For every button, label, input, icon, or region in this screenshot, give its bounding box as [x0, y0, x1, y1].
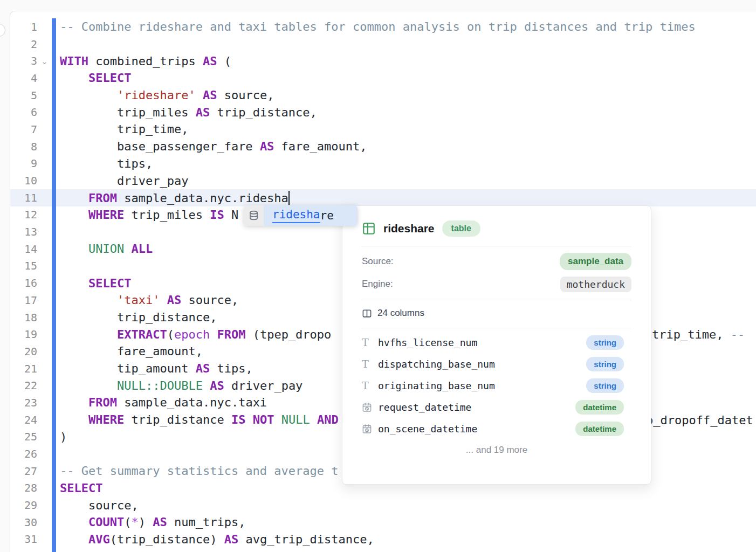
changed-line-indicator: [52, 18, 56, 36]
changed-line-indicator: [52, 394, 56, 411]
code-line-5[interactable]: 5 'rideshare' AS source,: [10, 87, 756, 104]
column-type-badge: string: [586, 378, 624, 393]
changed-line-indicator: [52, 548, 56, 552]
source-label: Source:: [362, 256, 394, 267]
code-text: tips,: [56, 157, 153, 170]
code-line-6[interactable]: 6 trip_miles AS trip_distance,: [10, 104, 756, 121]
changed-line-indicator: [52, 531, 56, 548]
changed-line-indicator: [52, 189, 56, 206]
code-text: UNION ALL: [56, 242, 153, 256]
column-row-originating_base_num: Toriginating_base_numstring: [362, 375, 631, 396]
changed-line-indicator: [52, 155, 56, 172]
line-number: 1: [10, 20, 37, 33]
line-number: 23: [10, 396, 37, 409]
code-line-9[interactable]: 9 tips,: [10, 155, 756, 172]
column-row-dispatching_base_num: Tdispatching_base_numstring: [362, 353, 631, 375]
autocomplete-popup: rideshare: [244, 205, 358, 226]
code-text: trip_miles AS trip_distance,: [56, 106, 317, 119]
column-row-hvfhs_license_num: Thvfhs_license_numstring: [362, 332, 631, 353]
changed-line-indicator: [52, 121, 56, 138]
code-text-right-of-popup: p_dropoff_datet: [646, 413, 753, 426]
code-text: trip_distance,: [56, 310, 217, 324]
columns-list: Thvfhs_license_numstringTdispatching_bas…: [362, 332, 631, 439]
column-name: request_datetime: [378, 402, 575, 413]
changed-line-indicator: [52, 463, 56, 480]
code-text: fare_amount,: [56, 344, 203, 358]
line-number: 15: [10, 259, 37, 272]
code-line-31[interactable]: 31 AVG(trip_distance) AS avg_trip_distan…: [10, 531, 756, 548]
line-number: 3: [10, 54, 37, 67]
calendar-clock-icon: [362, 424, 378, 434]
code-text: driver_pay: [56, 174, 188, 188]
code-line-1[interactable]: 1-- Combine rideshare and taxi tables fo…: [10, 18, 756, 36]
columns-count-row: 24 columns: [362, 305, 631, 322]
code-line-8[interactable]: 8 base_passenger_fare AS fare_amount,: [10, 138, 756, 155]
code-text: base_passenger_fare AS fare_amount,: [56, 140, 367, 153]
code-text: AVG(trip_time) AS avg_trip_time,: [56, 550, 317, 552]
autocomplete-match-text: ridesha: [272, 208, 320, 223]
fold-chevron-icon[interactable]: ⌄: [37, 57, 52, 65]
table-icon: [362, 222, 376, 236]
line-number: 2: [10, 38, 37, 51]
changed-line-indicator: [52, 326, 56, 343]
autocomplete-item-rideshare[interactable]: rideshare: [264, 205, 358, 226]
line-number: 12: [10, 208, 37, 221]
column-type-badge: string: [586, 357, 624, 371]
line-number: 16: [10, 277, 37, 289]
code-text: -- Get summary statistics and average t: [56, 464, 339, 478]
line-number: 10: [10, 174, 37, 187]
changed-line-indicator: [52, 292, 56, 309]
line-number: 11: [10, 191, 37, 204]
line-number: 4: [10, 72, 37, 85]
code-text: source,: [56, 499, 139, 512]
columns-count-text: 24 columns: [377, 308, 424, 319]
line-number: 14: [10, 243, 37, 256]
line-number: 32: [10, 550, 37, 552]
changed-line-indicator: [52, 87, 56, 104]
code-line-11[interactable]: 11 FROM sample_data.nyc.ridesha: [10, 189, 756, 206]
line-number: 6: [10, 106, 37, 119]
code-text: SELECT: [56, 71, 131, 85]
line-number: 25: [10, 430, 37, 443]
code-line-7[interactable]: 7 trip_time,: [10, 121, 756, 138]
source-row: Source: sample_data: [362, 253, 631, 270]
table-type-badge: table: [442, 220, 480, 237]
line-number: 27: [10, 465, 37, 478]
divider: [362, 246, 631, 246]
code-text: trip_time,: [56, 122, 188, 136]
line-number: 8: [10, 140, 37, 153]
changed-line-indicator: [52, 514, 56, 531]
engine-row: Engine: motherduck: [362, 275, 631, 293]
column-name: on_scene_datetime: [378, 423, 575, 434]
code-line-2[interactable]: 2: [10, 36, 756, 53]
changed-line-indicator: [52, 240, 56, 258]
changed-line-indicator: [52, 445, 56, 463]
source-value-badge: sample_data: [560, 253, 631, 270]
line-number: 13: [10, 225, 37, 238]
code-line-10[interactable]: 10 driver_pay: [10, 172, 756, 189]
changed-line-indicator: [52, 411, 56, 429]
code-text: SELECT: [56, 481, 102, 495]
code-line-3[interactable]: 3⌄WITH combined_trips AS (: [10, 52, 756, 70]
code-line-4[interactable]: 4 SELECT: [10, 70, 756, 87]
code-line-32[interactable]: 32 AVG(trip_time) AS avg_trip_time,: [10, 548, 756, 552]
line-number: 31: [10, 533, 37, 546]
column-type-badge: string: [586, 335, 624, 350]
code-text: WHERE trip_distance IS NOT NULL AND: [56, 413, 339, 426]
code-line-30[interactable]: 30 COUNT(*) AS num_trips,: [10, 514, 756, 531]
changed-line-indicator: [52, 377, 56, 394]
changed-line-indicator: [52, 70, 56, 87]
code-text: 'taxi' AS source,: [56, 293, 238, 307]
changed-line-indicator: [52, 496, 56, 514]
column-name: dispatching_base_num: [378, 358, 586, 370]
changed-line-indicator: [52, 52, 56, 70]
line-number: 9: [10, 157, 37, 170]
collapsed-side-button[interactable]: [0, 24, 5, 37]
code-line-29[interactable]: 29 source,: [10, 496, 756, 514]
engine-value-badge: motherduck: [560, 277, 631, 292]
column-row-on_scene_datetime: on_scene_datetimedatetime: [362, 418, 631, 439]
code-text: ): [56, 430, 67, 444]
text-type-icon: T: [362, 380, 378, 391]
code-text: FROM sample_data.nyc.taxi: [56, 396, 267, 409]
changed-line-indicator: [52, 309, 56, 326]
